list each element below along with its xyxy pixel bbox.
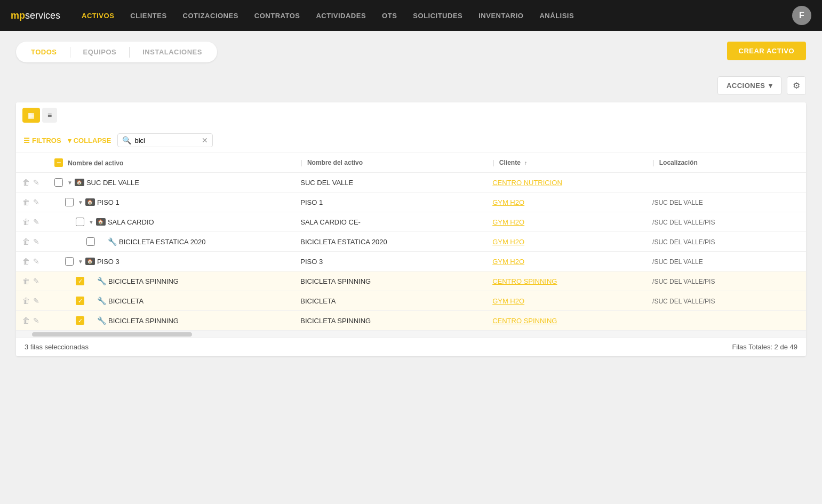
delete-icon[interactable]: 🗑 xyxy=(22,198,30,206)
asset-name-cell: SALA CARDIO CE- xyxy=(294,212,486,232)
col-sep-3: | xyxy=(652,159,654,166)
search-box: 🔍 ✕ xyxy=(117,133,213,147)
filters-label: FILTROS xyxy=(32,137,61,145)
table-row: 🗑 ✎ ▼ 🏠 PISO 1 PISO 1 GYM H2O /SUC DEL V… xyxy=(16,193,806,212)
checkbox-checked[interactable]: ✓ xyxy=(76,277,84,285)
assets-table: − Nombre del activo | Nombre del activo … xyxy=(16,153,806,331)
collapse-button[interactable]: ▾ COLLAPSE xyxy=(68,137,111,145)
client-link[interactable]: CENTRO NUTRICION xyxy=(492,179,562,187)
asset-name-tree: PISO 1 xyxy=(97,198,119,206)
edit-icon[interactable]: ✎ xyxy=(33,277,39,285)
delete-icon[interactable]: 🗑 xyxy=(22,178,30,187)
th-actions xyxy=(16,153,48,173)
location-cell-td xyxy=(646,173,806,193)
table-row: 🗑 ✎ ▼ 🏠 PISO 3 PISO 3 GYM H2O /SUC DEL V… xyxy=(16,252,806,271)
row-checkbox[interactable] xyxy=(65,257,74,266)
expand-arrow[interactable]: ▼ xyxy=(67,180,73,186)
location-cell-td: /SUC DEL VALLE/PIS xyxy=(646,212,806,232)
row-actions: 🗑 ✎ xyxy=(16,271,48,291)
row-checkbox[interactable] xyxy=(86,237,95,246)
list-view-button[interactable]: ≡ xyxy=(42,108,57,123)
table-header-row: − Nombre del activo | Nombre del activo … xyxy=(16,153,806,173)
filters-button[interactable]: ☰ FILTROS xyxy=(23,137,61,145)
nav-item-cotizaciones[interactable]: COTIZACIONES xyxy=(183,12,238,20)
client-link[interactable]: GYM H2O xyxy=(492,198,524,206)
client-link[interactable]: GYM H2O xyxy=(492,258,524,266)
tab-equipos[interactable]: EQUIPOS xyxy=(70,44,130,60)
client-cell: CENTRO SPINNING xyxy=(486,271,646,291)
row-actions: 🗑 ✎ xyxy=(16,311,48,331)
location-cell: /SUC DEL VALLE/PIS xyxy=(652,219,715,226)
client-link[interactable]: CENTRO SPINNING xyxy=(492,277,557,285)
client-link[interactable]: CENTRO SPINNING xyxy=(492,317,557,325)
nav-item-contratos[interactable]: CONTRATOS xyxy=(254,12,300,20)
asset-name-tree-cell: ▼ 🏠 SALA CARDIO xyxy=(48,212,294,232)
settings-button[interactable]: ⚙ xyxy=(787,76,806,95)
location-cell: /SUC DEL VALLE/PIS xyxy=(652,278,715,285)
assets-table-area: ▦ ≡ ☰ FILTROS ▾ COLLAPSE 🔍 ✕ xyxy=(16,102,806,356)
horizontal-scrollbar[interactable] xyxy=(16,331,806,337)
nav-item-activos[interactable]: ACTIVOS xyxy=(82,12,114,20)
tab-instalaciones[interactable]: INSTALACIONES xyxy=(130,44,215,60)
select-all-button[interactable]: − xyxy=(54,158,63,167)
delete-icon[interactable]: 🗑 xyxy=(22,257,30,266)
client-link[interactable]: GYM H2O xyxy=(492,297,524,305)
grid-view-button[interactable]: ▦ xyxy=(22,108,40,123)
client-link[interactable]: GYM H2O xyxy=(492,238,524,246)
client-link[interactable]: GYM H2O xyxy=(492,218,524,226)
table-container: − Nombre del activo | Nombre del activo … xyxy=(16,153,806,331)
location-cell: /SUC DEL VALLE/PIS xyxy=(652,298,715,305)
row-checkbox[interactable] xyxy=(65,198,74,206)
asset-name-tree: PISO 3 xyxy=(97,258,119,266)
tab-todos[interactable]: TODOS xyxy=(18,44,70,60)
expand-arrow[interactable]: ▼ xyxy=(89,219,94,225)
selected-rows-label: 3 filas seleccionadas xyxy=(25,343,89,351)
delete-icon[interactable]: 🗑 xyxy=(22,316,30,325)
edit-icon[interactable]: ✎ xyxy=(33,257,39,266)
edit-icon[interactable]: ✎ xyxy=(33,198,39,206)
nav-item-solicitudes[interactable]: SOLICITUDES xyxy=(413,12,462,20)
delete-icon[interactable]: 🗑 xyxy=(22,297,30,305)
clear-search-icon[interactable]: ✕ xyxy=(202,136,208,145)
nav-menu: ACTIVOS CLIENTES COTIZACIONES CONTRATOS … xyxy=(82,12,792,20)
search-input[interactable] xyxy=(134,137,198,145)
client-cell: GYM H2O xyxy=(486,291,646,311)
user-avatar[interactable]: F xyxy=(792,6,811,25)
th-asset-name-tree: − Nombre del activo xyxy=(48,153,294,173)
asset-name-tree: BICICLETA SPINNING xyxy=(108,277,179,285)
expand-arrow[interactable]: ▼ xyxy=(78,259,83,265)
row-actions: 🗑 ✎ xyxy=(16,212,48,232)
checkbox-checked[interactable]: ✓ xyxy=(76,297,84,305)
asset-name-tree: SALA CARDIO xyxy=(108,218,154,226)
asset-name-tree: BICICLETA xyxy=(108,297,143,305)
row-actions: 🗑 ✎ xyxy=(16,252,48,271)
scrollbar-thumb[interactable] xyxy=(32,332,192,337)
nav-item-clientes[interactable]: CLIENTES xyxy=(130,12,166,20)
edit-icon[interactable]: ✎ xyxy=(33,178,39,187)
edit-icon[interactable]: ✎ xyxy=(33,316,39,325)
delete-icon[interactable]: 🗑 xyxy=(22,277,30,285)
nav-item-inventario[interactable]: INVENTARIO xyxy=(478,12,523,20)
logo-services: services xyxy=(25,10,60,21)
edit-icon[interactable]: ✎ xyxy=(33,297,39,305)
asset-name-tree-cell: ▼ 🏠 SUC DEL VALLE xyxy=(48,173,294,193)
nav-item-ots[interactable]: OTS xyxy=(382,12,397,20)
row-checkbox[interactable] xyxy=(54,178,63,187)
table-row: 🗑 ✎ 🔧 BICICLETA ESTATICA 2020 BICICLETA … xyxy=(16,232,806,252)
main-content: TODOS EQUIPOS INSTALACIONES CREAR ACTIVO… xyxy=(0,31,822,367)
grid-icon: ▦ xyxy=(28,111,35,119)
acciones-button[interactable]: ACCIONES ▾ xyxy=(717,76,781,95)
col-sep-2: | xyxy=(492,159,494,166)
delete-icon[interactable]: 🗑 xyxy=(22,218,30,226)
logo-mp: mp xyxy=(11,10,25,21)
row-checkbox[interactable] xyxy=(76,218,84,226)
checkbox-checked[interactable]: ✓ xyxy=(76,316,84,325)
create-asset-button[interactable]: CREAR ACTIVO xyxy=(727,42,806,60)
location-cell-td: /SUC DEL VALLE xyxy=(646,252,806,271)
delete-icon[interactable]: 🗑 xyxy=(22,237,30,246)
expand-arrow[interactable]: ▼ xyxy=(78,199,83,205)
nav-item-analisis[interactable]: ANÁLISIS xyxy=(539,12,574,20)
edit-icon[interactable]: ✎ xyxy=(33,218,39,226)
edit-icon[interactable]: ✎ xyxy=(33,237,39,246)
nav-item-actividades[interactable]: ACTIVIDADES xyxy=(316,12,366,20)
